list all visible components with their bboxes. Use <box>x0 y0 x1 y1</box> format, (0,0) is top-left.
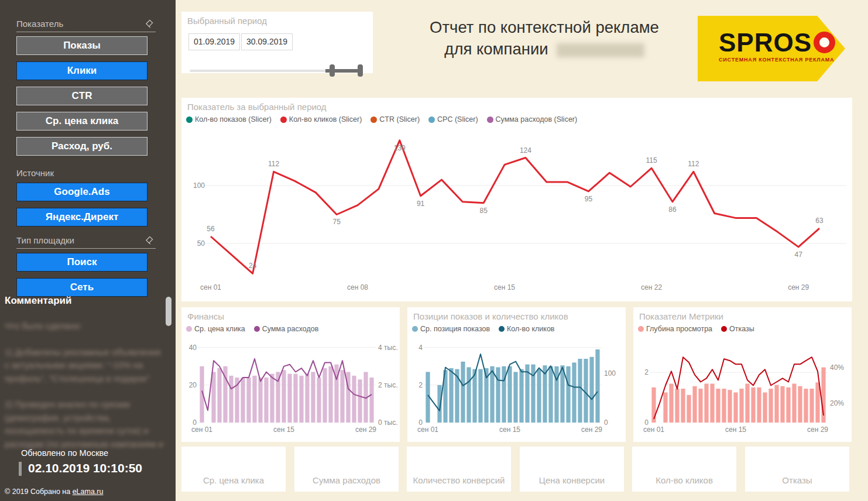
period-slider-handle-end[interactable] <box>358 64 363 77</box>
svg-text:100: 100 <box>604 369 616 378</box>
bar <box>258 378 262 423</box>
bar <box>358 379 362 423</box>
svg-text:сен 01: сен 01 <box>191 425 212 434</box>
period-title: Выбранный период <box>187 16 267 26</box>
positions-bars <box>426 349 599 423</box>
bar <box>513 372 517 423</box>
main-chart-svg: 50100сен 01сен 08сен 15сен 22сен 2956241… <box>181 98 852 301</box>
bar <box>554 366 558 423</box>
bar <box>692 386 697 423</box>
eraser-icon[interactable] <box>145 236 153 245</box>
comment-redacted-line: 1) Добавлены рекламные объявления с акту… <box>5 346 164 386</box>
svg-text:сен 29: сен 29 <box>355 425 376 434</box>
bar <box>537 369 541 423</box>
bar <box>745 384 749 423</box>
bar <box>716 389 720 423</box>
filter-button[interactable]: Яндекс.Директ <box>16 208 147 227</box>
kpi-card-label: Цена конверсии <box>539 475 605 492</box>
svg-text:сен 08: сен 08 <box>347 283 368 291</box>
elama-link[interactable]: eLama.ru <box>73 488 104 496</box>
bar <box>733 393 737 423</box>
svg-text:40%: 40% <box>830 363 844 372</box>
bar <box>675 389 679 423</box>
kpi-card-label: Ср. цена клика <box>203 475 264 492</box>
period-end-input[interactable]: 30.09.2019 <box>241 33 293 50</box>
bar <box>478 369 482 423</box>
svg-text:20: 20 <box>189 381 197 389</box>
sidebar: ПоказательПоказыКликиCTRСр. цена кликаРа… <box>0 0 176 501</box>
kpi-card: Цена конверсии <box>520 447 624 492</box>
bar <box>507 366 512 423</box>
bar <box>229 376 233 423</box>
filter-button[interactable]: Расход, руб. <box>16 137 147 156</box>
bar <box>589 357 593 423</box>
svg-text:40: 40 <box>189 344 197 352</box>
company-name-redacted <box>557 43 644 57</box>
finance-panel: Финансы Ср. цена кликаСумма расходов 020… <box>181 307 400 442</box>
kpi-card: Сумма расходов <box>294 447 399 492</box>
filter-button[interactable]: Google.Ads <box>16 183 147 201</box>
updated-caption: Обновлено по Москве <box>21 448 142 458</box>
svg-text:сен 01: сен 01 <box>417 425 438 434</box>
bar <box>246 378 251 423</box>
comment-redacted-line: 2) Проведен анализ по срезам (демография… <box>5 398 164 451</box>
kpi-card-label: Кол-во кликов <box>656 475 713 492</box>
bar <box>264 378 268 423</box>
report-title-line2: для компании <box>380 38 708 60</box>
svg-text:100: 100 <box>193 181 205 190</box>
svg-text:4: 4 <box>418 344 423 352</box>
svg-text:20%: 20% <box>830 399 844 407</box>
filter-button[interactable]: CTR <box>16 87 147 105</box>
svg-text:95: 95 <box>585 195 593 203</box>
bar <box>804 389 808 423</box>
filter-button[interactable]: Поиск <box>16 253 147 272</box>
period-start-input[interactable]: 01.09.2019 <box>188 33 240 50</box>
bar <box>293 374 297 423</box>
svg-text:сен 15: сен 15 <box>494 283 515 291</box>
metrics-panel: Показатели Метрики Глубина просмотраОтка… <box>633 307 852 442</box>
svg-text:4 тыс.: 4 тыс. <box>378 344 397 352</box>
svg-text:сен 29: сен 29 <box>788 283 809 291</box>
bar <box>317 378 321 423</box>
filter-button[interactable]: Показы <box>16 36 147 55</box>
svg-text:сен 29: сен 29 <box>581 425 602 434</box>
footer-text: © 2019 Собрано на <box>5 488 73 496</box>
svg-text:сен 01: сен 01 <box>643 425 664 434</box>
svg-text:2 тыс.: 2 тыс. <box>378 381 397 389</box>
bar <box>305 374 309 423</box>
bar <box>328 366 332 423</box>
bar <box>751 387 755 423</box>
svg-text:139: 139 <box>394 144 406 152</box>
bar <box>809 389 814 423</box>
bar <box>241 378 245 423</box>
kpi-card-label: Сумма расходов <box>313 475 380 492</box>
svg-text:56: 56 <box>207 225 215 233</box>
bar <box>798 386 802 423</box>
comment-scrollbar[interactable] <box>166 297 171 326</box>
svg-text:47: 47 <box>794 250 802 259</box>
eraser-icon[interactable] <box>145 19 153 28</box>
kpi-card: Кол-во кликов <box>632 447 736 492</box>
bar <box>276 372 280 423</box>
bar <box>217 368 221 423</box>
filter-button[interactable]: Клики <box>16 61 147 80</box>
filter-button[interactable]: Ср. цена клика <box>16 112 147 131</box>
bar <box>728 390 732 423</box>
bar <box>710 384 714 423</box>
svg-text:2: 2 <box>418 381 423 389</box>
svg-text:сен 15: сен 15 <box>725 425 746 434</box>
filter-button[interactable]: Сеть <box>16 278 147 297</box>
svg-text:2: 2 <box>644 368 649 376</box>
svg-text:115: 115 <box>646 156 657 164</box>
main-chart-panel: Показатель за выбранный период Кол-во по… <box>181 98 852 301</box>
bar <box>651 387 656 423</box>
logo-wordmark: SPROS <box>719 31 845 54</box>
bar <box>502 366 506 423</box>
bar <box>780 386 784 423</box>
bar <box>461 362 465 423</box>
svg-text:0 тыс.: 0 тыс. <box>378 418 397 427</box>
bar <box>584 359 588 423</box>
period-slider-handle-start[interactable] <box>330 64 335 77</box>
bar <box>739 389 743 423</box>
svg-text:сен 22: сен 22 <box>641 283 662 291</box>
